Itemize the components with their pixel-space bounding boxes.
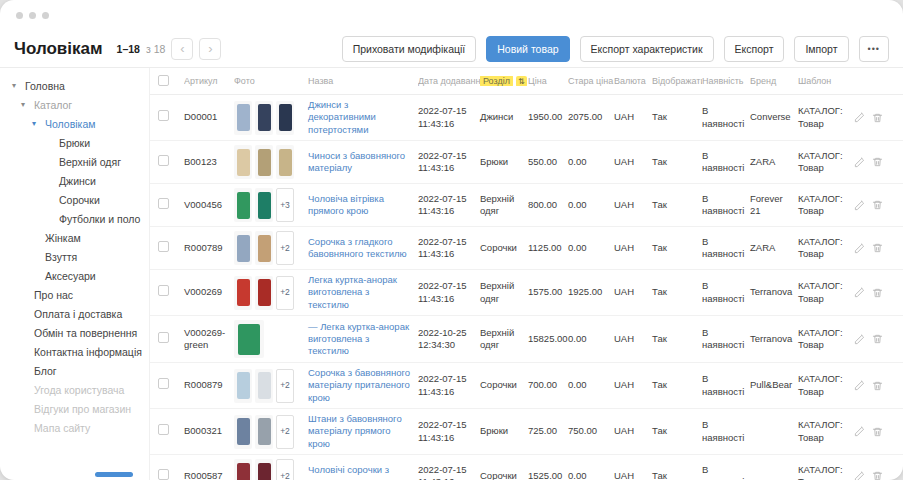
more-photos-badge[interactable]: +2 — [276, 369, 294, 403]
edit-icon[interactable] — [854, 334, 865, 345]
column-header-template[interactable]: Шаблон — [798, 76, 854, 86]
edit-icon[interactable] — [854, 243, 865, 254]
product-name-link[interactable]: Чоловічі сорочки з легкого текстилю — [308, 464, 389, 480]
delete-icon[interactable] — [872, 112, 883, 124]
more-photos-badge[interactable]: +2 — [276, 276, 294, 310]
delete-icon[interactable] — [872, 380, 883, 392]
sidebar-item[interactable]: Мапа сайту — [12, 418, 145, 437]
product-name-link[interactable]: Сорочка з гладкого бавовняного текстилю — [308, 236, 407, 259]
delete-icon[interactable] — [872, 333, 883, 345]
product-price: 800.00 — [528, 199, 568, 211]
column-header-brand[interactable]: Бренд — [750, 76, 798, 86]
product-date-cell: 2022-07-15 11:43:16 — [418, 419, 480, 444]
column-header-currency[interactable]: Валюта — [614, 76, 652, 86]
column-header-sku[interactable]: Артикул — [184, 76, 234, 86]
pagination-prev-button[interactable]: ‹ — [171, 38, 193, 60]
sidebar-item[interactable]: Взуття — [12, 247, 145, 266]
sidebar-item[interactable]: Жінкам — [12, 228, 145, 247]
row-checkbox[interactable] — [158, 198, 169, 209]
edit-icon[interactable] — [854, 426, 865, 437]
sidebar-item[interactable]: Відгуки про магазин — [12, 399, 145, 418]
import-button[interactable]: Імпорт — [794, 36, 848, 62]
column-header-old-price[interactable]: Стара ціна — [568, 76, 614, 86]
edit-icon[interactable] — [854, 112, 865, 123]
product-currency: UAH — [614, 242, 652, 254]
column-header-price[interactable]: Ціна — [528, 76, 568, 86]
column-header-visible[interactable]: Відображати — [652, 76, 702, 86]
product-name-link[interactable]: Легка куртка-анорак виготовлена з тексти… — [308, 274, 397, 310]
time-value: 11:43:16 — [418, 162, 474, 174]
new-product-button[interactable]: Новий товар — [486, 36, 569, 62]
product-date-cell: 2022-07-15 11:43:16 — [418, 105, 480, 130]
delete-icon[interactable] — [872, 426, 883, 438]
row-checkbox[interactable] — [158, 241, 169, 252]
sort-icon[interactable]: ⇅ — [516, 76, 527, 86]
sidebar-item[interactable]: ▾ Каталог — [12, 95, 145, 114]
row-checkbox[interactable] — [158, 110, 169, 121]
product-photos: +2 — [234, 459, 308, 480]
more-photos-badge[interactable]: +2 — [276, 231, 294, 265]
product-name-link[interactable]: Джинси з декоративними потертостями — [308, 99, 376, 135]
horizontal-scrollbar-thumb[interactable] — [95, 472, 133, 477]
column-header-date[interactable]: Дата додавання — [418, 76, 480, 86]
row-checkbox[interactable] — [158, 285, 169, 296]
sidebar-item[interactable]: Блог — [12, 361, 145, 380]
row-checkbox[interactable] — [158, 378, 169, 389]
sidebar-item[interactable]: Про нас — [12, 285, 145, 304]
sidebar-item[interactable]: Сорочки — [12, 190, 145, 209]
sidebar-item-label: Аксесуари — [45, 270, 96, 282]
select-all-checkbox[interactable] — [158, 75, 169, 86]
edit-icon[interactable] — [854, 471, 865, 480]
row-actions — [854, 380, 894, 392]
more-photos-badge[interactable]: +2 — [276, 459, 294, 480]
more-photos-badge[interactable]: +3 — [276, 188, 294, 222]
sidebar-item[interactable]: ▾ Головна — [12, 76, 145, 95]
delete-icon[interactable] — [872, 470, 883, 480]
sidebar-item[interactable]: Аксесуари — [12, 266, 145, 285]
product-name-cell: Чиноси з бавовняного матеріалу — [308, 150, 418, 175]
sidebar-item[interactable]: Джинси — [12, 171, 145, 190]
edit-icon[interactable] — [854, 380, 865, 391]
sidebar-item[interactable]: Футболки и поло — [12, 209, 145, 228]
table-row: V000269-green — Легка куртка-анорак виго… — [150, 316, 903, 363]
product-name-link[interactable]: Чоловіча вітрівка прямого крою — [308, 193, 384, 216]
delete-icon[interactable] — [872, 199, 883, 211]
table-row: R000587 +2 Чоловічі сорочки з легкого те… — [150, 455, 903, 480]
sidebar-item[interactable]: Обмін та повернення — [12, 323, 145, 342]
product-sku: R000587 — [184, 470, 234, 480]
pagination-next-button[interactable]: › — [199, 38, 221, 60]
edit-icon[interactable] — [854, 200, 865, 211]
sidebar-item[interactable]: Брюки — [12, 133, 145, 152]
more-actions-button[interactable]: ••• — [859, 36, 889, 62]
column-header-availability[interactable]: Наявність — [702, 76, 750, 86]
product-name-link[interactable]: — Легка куртка-анорак виготовлена з текс… — [308, 321, 409, 357]
row-checkbox[interactable] — [158, 155, 169, 166]
sidebar-item[interactable]: Контактна інформація — [12, 342, 145, 361]
delete-icon[interactable] — [872, 287, 883, 299]
row-checkbox[interactable] — [158, 424, 169, 435]
edit-icon[interactable] — [854, 287, 865, 298]
sidebar-item[interactable]: ▾ Чоловікам — [12, 114, 145, 133]
product-date-cell: 2022-07-15 11:43:16 — [418, 193, 480, 218]
more-photos-badge[interactable]: +2 — [276, 415, 294, 449]
column-header-section[interactable]: Розділ⇅ — [480, 76, 528, 86]
export-button[interactable]: Експорт — [724, 36, 785, 62]
row-checkbox[interactable] — [158, 332, 169, 343]
column-header-name[interactable]: Назва — [308, 76, 418, 86]
sidebar-item[interactable]: Верхній одяг — [12, 152, 145, 171]
product-thumbnail — [276, 101, 294, 135]
export-characteristics-button[interactable]: Експорт характеристик — [580, 36, 714, 62]
sidebar-item[interactable]: Оплата і доставка — [12, 304, 145, 323]
hide-modifications-button[interactable]: Приховати модифікації — [342, 36, 477, 62]
delete-icon[interactable] — [872, 156, 883, 168]
product-currency: UAH — [614, 470, 652, 480]
product-name-link[interactable]: Штани з бавовняного матеріалу прямого кр… — [308, 413, 402, 449]
product-name-link[interactable]: Чиноси з бавовняного матеріалу — [308, 150, 405, 173]
product-visible: Так — [652, 111, 702, 123]
row-checkbox[interactable] — [158, 469, 169, 480]
edit-icon[interactable] — [854, 157, 865, 168]
product-name-link[interactable]: Сорочка з бавовняного матеріалу притален… — [308, 367, 410, 403]
delete-icon[interactable] — [872, 242, 883, 254]
sidebar-item[interactable]: Угода користувача — [12, 380, 145, 399]
product-brand: Terranova — [750, 333, 798, 345]
